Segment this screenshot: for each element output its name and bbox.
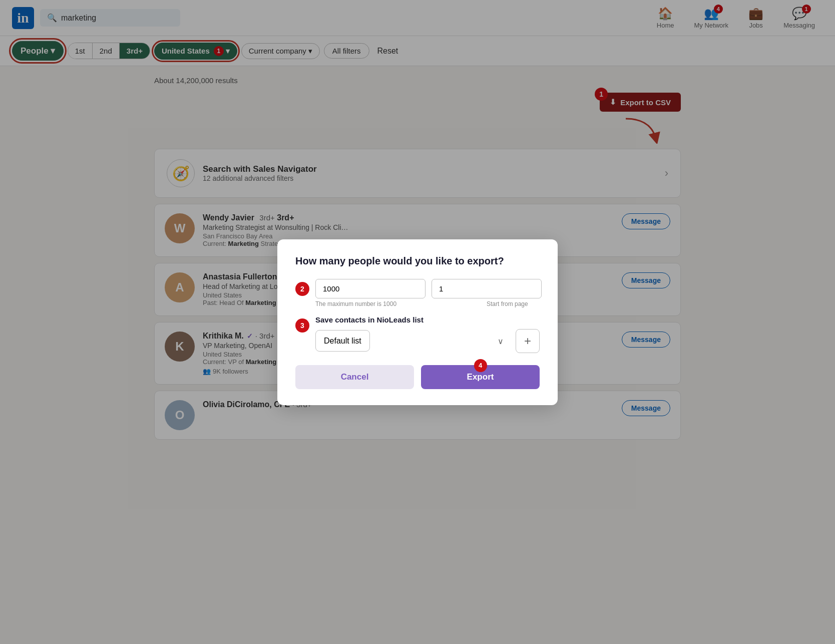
input-hints: The maximum number is 1000 Start from pa… xyxy=(315,298,542,307)
quantity-hint: The maximum number is 1000 xyxy=(315,298,481,307)
export-modal: How many people would you like to export… xyxy=(277,239,558,405)
step-4-badge: 4 xyxy=(474,359,487,372)
contacts-label: Save contacts in NioLeads list xyxy=(315,315,540,324)
modal-inputs xyxy=(315,279,542,298)
modal-step-3: 3 Save contacts in NioLeads list Default… xyxy=(295,315,540,353)
page-input[interactable] xyxy=(432,279,542,298)
step-2-badge: 2 xyxy=(295,282,309,296)
step-3-badge: 3 xyxy=(295,318,309,333)
step-3-content: Save contacts in NioLeads list Default l… xyxy=(315,315,540,353)
modal-step-2: 2 The maximum number is 1000 Start from … xyxy=(295,279,540,307)
plus-icon: + xyxy=(524,334,531,348)
page-hint: Start from page xyxy=(487,298,542,307)
add-list-button[interactable]: + xyxy=(516,329,540,353)
quantity-input[interactable] xyxy=(315,279,426,298)
list-select-row: Default list + xyxy=(315,329,540,353)
list-select[interactable]: Default list xyxy=(315,330,370,352)
cancel-button[interactable]: Cancel xyxy=(295,365,414,389)
export-button[interactable]: 4 Export xyxy=(421,365,540,389)
step-2-content: The maximum number is 1000 Start from pa… xyxy=(315,279,542,307)
list-select-wrap: Default list xyxy=(315,330,511,352)
modal-overlay: How many people would you like to export… xyxy=(0,0,835,644)
modal-title: How many people would you like to export… xyxy=(295,255,540,267)
export-modal-label: Export xyxy=(467,372,494,382)
modal-actions: Cancel 4 Export xyxy=(295,365,540,389)
